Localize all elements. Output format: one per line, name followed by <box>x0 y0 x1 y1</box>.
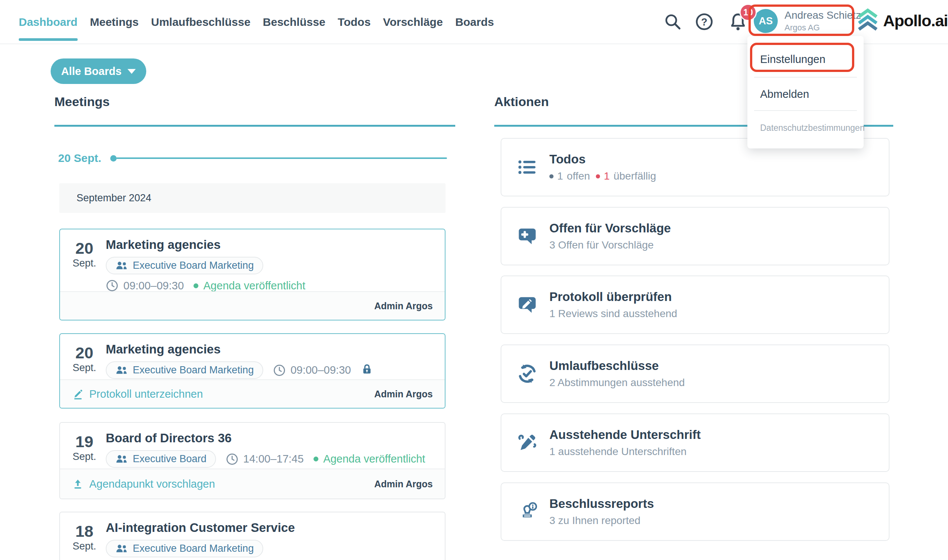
meeting-title: AI-integration Customer Service <box>106 521 433 535</box>
action-card-review-protocol[interactable]: Protokoll überprüfen 1 Reviews sind auss… <box>501 275 889 334</box>
apollo-chevrons-icon <box>856 8 879 34</box>
user-menu-chip[interactable]: AS Andreas Schietz Argos AG <box>754 9 861 33</box>
nav-vorschlaege[interactable]: Vorschläge <box>383 16 443 28</box>
timeline-date-marker: 20 Sept. <box>58 152 447 165</box>
todo-list-icon <box>516 157 538 178</box>
board-badge: Executive Board <box>106 450 216 468</box>
open-dot <box>549 174 553 178</box>
signature-pen-icon <box>516 432 538 453</box>
meeting-card[interactable]: 20 Sept. Marketing agencies Executive Bo… <box>59 333 445 409</box>
meeting-date: 20 Sept. <box>68 342 100 379</box>
meeting-time: 14:00–17:45 <box>226 453 304 466</box>
people-icon <box>115 544 128 553</box>
nav-boards[interactable]: Boards <box>455 16 494 28</box>
all-boards-dropdown-button[interactable]: Alle Boards <box>51 58 146 84</box>
action-subtitle: 1 offen 1 überfällig <box>549 170 656 182</box>
meeting-status: Agenda veröffentlicht <box>194 280 305 292</box>
meeting-status: Agenda veröffentlicht <box>313 453 425 465</box>
nav-beschluesse[interactable]: Beschlüsse <box>263 16 325 28</box>
user-dropdown-menu: Einstellungen Abmelden Datenschutzbestim… <box>748 36 864 148</box>
people-icon <box>115 366 128 374</box>
action-card-pending-signature[interactable]: Ausstehende Unterschrift 1 ausstehende U… <box>501 414 889 472</box>
meeting-date: 20 Sept. <box>68 237 100 292</box>
board-badge: Executive Board Marketing <box>106 362 263 379</box>
timeline-line <box>116 157 447 159</box>
status-dot <box>313 457 318 462</box>
menu-item-settings[interactable]: Einstellungen <box>748 36 864 77</box>
meeting-card[interactable]: 19 Sept. Board of Directors 36 Executive… <box>59 422 445 499</box>
brand-name: Apollo.ai <box>883 12 948 30</box>
timeline-date-label: 20 Sept. <box>58 152 101 165</box>
meeting-title: Marketing agencies <box>106 342 433 357</box>
nav-dashboard[interactable]: Dashboard <box>19 16 78 28</box>
avatar: AS <box>754 9 778 33</box>
nav-todos[interactable]: Todos <box>338 16 371 28</box>
svg-text:?: ? <box>701 16 708 28</box>
meeting-date: 19 Sept. <box>68 430 100 468</box>
chevron-down-icon <box>128 69 136 74</box>
sign-pen-icon <box>72 388 84 400</box>
circular-resolution-icon <box>516 363 538 384</box>
status-dot <box>194 283 198 288</box>
timeline-dot <box>110 155 117 162</box>
month-label: September 2024 <box>77 192 151 204</box>
board-badge: Executive Board Marketing <box>106 540 263 557</box>
meetings-title: Meetings <box>54 94 455 109</box>
people-icon <box>115 455 128 463</box>
meetings-title-rule <box>54 125 455 127</box>
meeting-card-footer: Admin Argos <box>60 291 445 320</box>
user-name: Andreas Schietz <box>785 9 861 22</box>
meeting-owner: Admin Argos <box>374 301 433 311</box>
menu-item-logout[interactable]: Abmelden <box>748 78 864 110</box>
meeting-owner: Admin Argos <box>374 389 433 400</box>
action-subtitle: 3 Offen für Vorschläge <box>549 239 671 251</box>
clock-icon <box>226 453 239 466</box>
action-card-open-proposals[interactable]: Offen für Vorschläge 3 Offen für Vorschl… <box>501 207 889 265</box>
nav-umlaufbeschluesse[interactable]: Umlaufbeschlüsse <box>151 16 251 28</box>
action-subtitle: 1 ausstehende Unterschriften <box>549 446 700 458</box>
nav-meetings[interactable]: Meetings <box>90 16 139 28</box>
meeting-card[interactable]: 18 Sept. AI-integration Customer Service… <box>59 512 445 560</box>
action-title: Umlaufbeschlüsse <box>549 359 685 373</box>
upload-icon <box>72 478 84 490</box>
action-card-resolution-reports[interactable]: Beschlussreports 3 zu Ihnen reported <box>501 482 889 541</box>
meeting-card-footer: Agendapunkt vorschlagen Admin Argos <box>60 469 445 498</box>
action-title: Todos <box>549 152 656 166</box>
action-title: Protokoll überprüfen <box>549 290 677 304</box>
clock-icon <box>106 279 119 292</box>
meeting-card-footer: Protokoll unterzeichnen Admin Argos <box>60 379 445 408</box>
action-title: Ausstehende Unterschrift <box>549 428 700 442</box>
people-icon <box>115 261 128 270</box>
meeting-date: 18 Sept. <box>68 520 100 560</box>
board-badge: Executive Board Marketing <box>106 257 263 274</box>
action-title: Beschlussreports <box>549 497 654 511</box>
review-bubble-pen-icon <box>516 295 538 315</box>
meeting-time: 09:00–09:30 <box>273 364 351 377</box>
help-icon[interactable]: ? <box>695 12 714 32</box>
propose-agenda-item-link[interactable]: Agendapunkt vorschlagen <box>72 478 215 490</box>
notifications-bell-icon[interactable]: 10 <box>728 12 754 34</box>
overdue-dot <box>596 174 600 178</box>
action-subtitle: 1 Reviews sind ausstehend <box>549 308 677 320</box>
clock-icon <box>273 364 286 377</box>
action-title: Offen für Vorschläge <box>549 221 671 235</box>
report-stamp-info-icon <box>516 502 538 522</box>
lock-icon <box>361 363 373 377</box>
meetings-section-header: Meetings <box>54 94 455 127</box>
action-card-circular-resolutions[interactable]: Umlaufbeschlüsse 2 Abstimmungen ausstehe… <box>501 345 889 403</box>
all-boards-label: Alle Boards <box>61 65 122 78</box>
meeting-card[interactable]: 20 Sept. Marketing agencies Executive Bo… <box>59 229 445 320</box>
meeting-owner: Admin Argos <box>374 478 433 489</box>
sign-protocol-link[interactable]: Protokoll unterzeichnen <box>72 388 203 400</box>
meeting-time: 09:00–09:30 <box>106 279 184 292</box>
meeting-title: Board of Directors 36 <box>106 431 433 445</box>
notification-count-badge: 10 <box>740 4 757 21</box>
action-subtitle: 2 Abstimmungen ausstehend <box>549 377 685 389</box>
action-subtitle: 3 zu Ihnen reported <box>549 515 654 527</box>
month-group-header: September 2024 <box>59 183 445 213</box>
menu-item-privacy-policy[interactable]: Datenschutzbestimmungen <box>748 111 864 145</box>
brand-logo: Apollo.ai <box>856 8 948 34</box>
search-icon[interactable] <box>664 13 682 32</box>
meeting-title: Marketing agencies <box>106 238 433 252</box>
proposal-bubble-plus-icon <box>516 226 538 246</box>
